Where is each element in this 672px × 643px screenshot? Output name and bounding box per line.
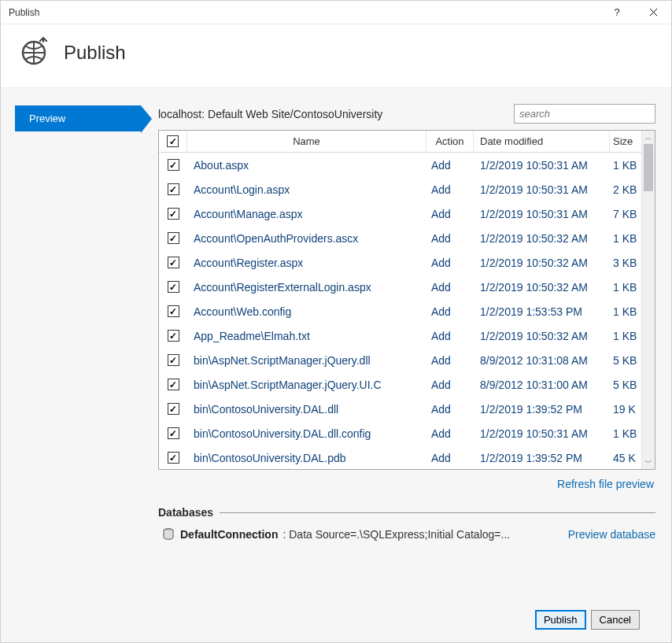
file-preview-table: Name Action Date modified Size About.asp… [158, 130, 655, 470]
scroll-down-icon[interactable]: ﹀ [642, 456, 655, 469]
table-row[interactable]: Account\Web.configAdd1/2/2019 1:53:53 PM… [159, 299, 641, 323]
file-size: 2 KB [610, 177, 641, 201]
publish-button[interactable]: Publish [535, 610, 586, 630]
close-button[interactable] [635, 1, 671, 24]
file-action: Add [426, 177, 474, 201]
file-action: Add [426, 372, 474, 397]
table-header: Name Action Date modified Size [159, 131, 641, 153]
row-checkbox[interactable] [168, 427, 179, 439]
refresh-file-preview-link[interactable]: Refresh file preview [557, 478, 654, 490]
file-action: Add [426, 397, 474, 421]
file-size: 5 KB [610, 372, 641, 397]
table-row[interactable]: Account\Register.aspxAdd1/2/2019 10:50:3… [159, 250, 641, 275]
file-date: 1/2/2019 10:50:31 AM [474, 201, 610, 226]
file-date: 1/2/2019 10:50:32 AM [474, 226, 610, 250]
table-row[interactable]: About.aspxAdd1/2/2019 10:50:31 AM1 KB [159, 153, 641, 177]
file-action: Add [426, 201, 474, 226]
row-checkbox[interactable] [168, 452, 179, 464]
dialog-header: Publish [1, 24, 671, 88]
file-size: 1 KB [610, 153, 641, 177]
row-checkbox[interactable] [168, 159, 179, 171]
main-panel: localhost: Default Web Site/ContosoUnive… [158, 88, 655, 599]
scroll-track[interactable] [642, 144, 655, 456]
column-size[interactable]: Size [610, 131, 641, 152]
row-checkbox[interactable] [168, 257, 179, 268]
table-row[interactable]: Account\OpenAuthProviders.ascxAdd1/2/201… [159, 226, 641, 250]
scroll-up-icon[interactable]: ︿ [642, 131, 655, 144]
preview-database-link[interactable]: Preview database [568, 528, 655, 541]
file-date: 1/2/2019 10:50:32 AM [474, 323, 610, 348]
table-row[interactable]: bin\ContosoUniversity.DAL.dll.configAdd1… [159, 421, 641, 445]
close-icon [649, 8, 658, 17]
table-body: About.aspxAdd1/2/2019 10:50:31 AM1 KBAcc… [159, 153, 641, 469]
scrollbar[interactable]: ︿ ﹀ [641, 131, 655, 469]
table-row[interactable]: bin\ContosoUniversity.DAL.pdbAdd1/2/2019… [159, 445, 641, 469]
row-checkbox[interactable] [168, 354, 179, 366]
file-name: Account\Manage.aspx [187, 201, 426, 226]
row-checkbox[interactable] [168, 281, 179, 293]
file-name: bin\AspNet.ScriptManager.jQuery.dll [187, 348, 426, 372]
window-title: Publish [9, 7, 599, 18]
column-action[interactable]: Action [426, 131, 474, 152]
table-row[interactable]: bin\AspNet.ScriptManager.jQuery.dllAdd8/… [159, 348, 641, 372]
row-checkbox[interactable] [168, 183, 179, 195]
file-size: 19 K [610, 397, 641, 421]
databases-heading: Databases [158, 506, 213, 519]
table-row[interactable]: Account\RegisterExternalLogin.aspxAdd1/2… [159, 275, 641, 299]
dialog-body: Preview localhost: Default Web Site/Cont… [1, 88, 671, 642]
select-all-cell[interactable] [159, 131, 187, 152]
file-action: Add [426, 250, 474, 275]
database-row: DefaultConnection : Data Source=.\SQLExp… [158, 528, 655, 541]
scroll-thumb[interactable] [644, 144, 653, 191]
file-date: 1/2/2019 10:50:32 AM [474, 250, 610, 275]
row-checkbox[interactable] [168, 379, 179, 390]
file-size: 5 KB [610, 348, 641, 372]
file-name: bin\ContosoUniversity.DAL.pdb [187, 445, 426, 469]
column-date[interactable]: Date modified [474, 131, 610, 152]
file-date: 1/2/2019 10:50:32 AM [474, 275, 610, 299]
file-date: 8/9/2012 10:31:00 AM [474, 372, 610, 397]
file-size: 45 K [610, 445, 641, 469]
databases-section: Databases DefaultConnection : Data Sourc… [158, 504, 655, 541]
table-row[interactable]: Account\Manage.aspxAdd1/2/2019 10:50:31 … [159, 201, 641, 226]
tab-preview[interactable]: Preview [15, 105, 141, 131]
file-action: Add [426, 445, 474, 469]
file-size: 1 KB [610, 299, 641, 323]
file-name: Account\OpenAuthProviders.ascx [187, 226, 426, 250]
file-date: 1/2/2019 1:53:53 PM [474, 299, 610, 323]
file-date: 1/2/2019 1:39:52 PM [474, 445, 610, 469]
file-date: 1/2/2019 10:50:31 AM [474, 153, 610, 177]
file-name: Account\Web.config [187, 299, 426, 323]
file-name: bin\ContosoUniversity.DAL.dll [187, 397, 426, 421]
table-row[interactable]: bin\ContosoUniversity.DAL.dllAdd1/2/2019… [159, 397, 641, 421]
row-checkbox[interactable] [168, 232, 179, 244]
titlebar: Publish ? [1, 1, 671, 24]
help-button[interactable]: ? [599, 1, 635, 24]
file-action: Add [426, 226, 474, 250]
column-name[interactable]: Name [187, 131, 426, 152]
table-row[interactable]: bin\AspNet.ScriptManager.jQuery.UI.CAdd8… [159, 372, 641, 397]
file-name: Account\Register.aspx [187, 250, 426, 275]
row-checkbox[interactable] [168, 403, 179, 415]
table-row[interactable]: App_Readme\Elmah.txtAdd1/2/2019 10:50:32… [159, 323, 641, 348]
row-checkbox[interactable] [168, 330, 179, 342]
target-site-label: localhost: Default Web Site/ContosoUnive… [158, 108, 506, 120]
file-name: Account\Login.aspx [187, 177, 426, 201]
row-checkbox[interactable] [168, 208, 179, 220]
table-row[interactable]: Account\Login.aspxAdd1/2/2019 10:50:31 A… [159, 177, 641, 201]
database-connection-string: : Data Source=.\SQLExpress;Initial Catal… [282, 528, 556, 541]
sidebar: Preview [1, 88, 158, 599]
cancel-button[interactable]: Cancel [591, 610, 640, 630]
row-checkbox[interactable] [168, 305, 179, 317]
file-name: bin\ContosoUniversity.DAL.dll.config [187, 421, 426, 445]
database-name: DefaultConnection [180, 528, 278, 541]
search-input[interactable] [514, 104, 655, 124]
file-date: 1/2/2019 10:50:31 AM [474, 421, 610, 445]
file-size: 3 KB [610, 250, 641, 275]
database-icon [161, 528, 175, 541]
select-all-checkbox[interactable] [167, 135, 179, 147]
file-action: Add [426, 299, 474, 323]
file-date: 8/9/2012 10:31:08 AM [474, 348, 610, 372]
file-size: 1 KB [610, 421, 641, 445]
dialog-footer: Publish Cancel [1, 599, 655, 642]
